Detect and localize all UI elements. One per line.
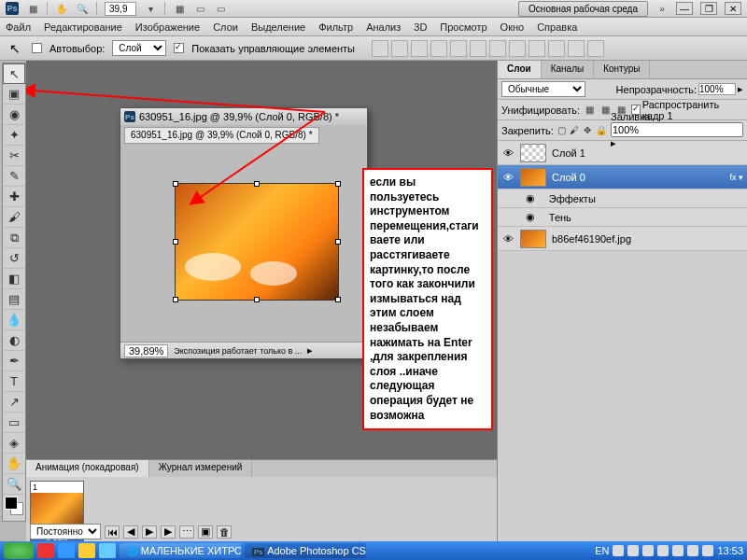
unify-visibility-icon[interactable]: ▦ (599, 104, 612, 117)
play-icon[interactable]: ▶ (142, 525, 157, 539)
language-indicator[interactable]: EN (595, 545, 609, 556)
delete-frame-icon[interactable]: 🗑 (217, 525, 232, 539)
distribute-icon[interactable] (587, 40, 604, 57)
tray-icon[interactable] (613, 545, 624, 556)
3d-tool[interactable]: ◈ (3, 433, 25, 454)
layer-row[interactable]: 👁b86ef46190ef.jpg (498, 227, 747, 251)
document-titlebar[interactable]: Ps 630951_16.jpg @ 39,9% (Слой 0, RGB/8)… (120, 108, 367, 125)
restore-icon[interactable]: ❐ (700, 2, 717, 15)
quicklaunch-icon[interactable] (78, 543, 95, 558)
dodge-tool[interactable]: ◐ (3, 330, 25, 351)
blur-tool[interactable]: 💧 (3, 310, 25, 330)
first-frame-icon[interactable]: ⏮ (105, 525, 120, 539)
start-button[interactable] (4, 542, 34, 559)
menu-select[interactable]: Выделение (251, 21, 305, 33)
layer-effects-row[interactable]: ◉ Эффекты (498, 189, 747, 208)
distribute-icon[interactable] (548, 40, 565, 57)
tab-measurements[interactable]: Журнал измерений (149, 460, 253, 477)
chevrons-icon[interactable]: » (655, 2, 669, 15)
taskbar-item[interactable]: Ps Adobe Photoshop CS... (245, 543, 366, 558)
align-icon[interactable] (470, 40, 486, 57)
fx-badge[interactable]: fx ▾ (729, 173, 743, 182)
zoom-icon[interactable]: 🔍 (76, 2, 89, 15)
menu-view[interactable]: Просмотр (440, 21, 486, 33)
prev-frame-icon[interactable]: ◀ (123, 525, 138, 539)
quicklaunch-icon[interactable] (99, 543, 116, 558)
zoom-level-input[interactable]: 39,9 (105, 2, 136, 16)
tab-channels[interactable]: Каналы (542, 61, 595, 78)
wand-tool[interactable]: ✦ (3, 125, 25, 146)
brush-tool[interactable]: 🖌 (3, 207, 25, 228)
show-controls-checkbox[interactable] (174, 43, 184, 53)
distribute-icon[interactable] (489, 40, 506, 57)
doc-status-arrow-icon[interactable]: ▸ (307, 344, 313, 357)
lasso-tool[interactable]: ◉ (3, 105, 25, 125)
minimize-icon[interactable]: — (676, 2, 693, 15)
document-tab[interactable]: 630951_16.jpg @ 39,9% (Слой 0, RGB/8) * (124, 127, 319, 144)
canvas-image[interactable] (175, 183, 339, 301)
tray-icon[interactable] (642, 545, 654, 556)
view-list-icon[interactable]: ▭ (193, 2, 206, 15)
lock-pixels-icon[interactable]: 🖌 (570, 124, 579, 137)
tab-animation[interactable]: Анимация (покадровая) (26, 460, 149, 477)
align-icon[interactable] (372, 40, 388, 57)
visibility-icon[interactable]: 👁 (501, 172, 514, 183)
menu-3d[interactable]: 3D (414, 21, 427, 33)
close-icon[interactable]: ✕ (725, 2, 741, 15)
lock-position-icon[interactable]: ✥ (583, 124, 592, 137)
crop-tool[interactable]: ✂ (3, 146, 25, 166)
color-swatches[interactable] (3, 495, 25, 521)
unify-position-icon[interactable]: ▦ (584, 104, 596, 117)
autoselect-checkbox[interactable] (32, 43, 42, 53)
distribute-icon[interactable] (529, 40, 545, 57)
shape-tool[interactable]: ▭ (3, 413, 25, 433)
view-grid-icon[interactable]: ▦ (173, 2, 186, 15)
doc-zoom-value[interactable]: 39,89% (124, 344, 168, 357)
menu-file[interactable]: Файл (6, 21, 31, 33)
chevron-down-icon[interactable]: ▸ (611, 137, 616, 148)
tab-layers[interactable]: Слои (498, 61, 542, 78)
lock-transparent-icon[interactable]: ▢ (557, 124, 567, 137)
layer-effect-item[interactable]: ◉ Тень (498, 208, 747, 227)
workspace-button[interactable]: Основная рабочая среда (518, 1, 648, 17)
next-frame-icon[interactable]: ▶ (161, 525, 176, 539)
align-icon[interactable] (391, 40, 408, 57)
menu-filter[interactable]: Фильтр (318, 21, 353, 33)
layer-row[interactable]: 👁Слой 0fx ▾ (498, 165, 747, 189)
align-icon[interactable] (430, 40, 447, 57)
visibility-icon[interactable]: 👁 (501, 233, 514, 245)
tray-icon[interactable] (687, 545, 698, 556)
stamp-tool[interactable]: ⧉ (3, 228, 25, 248)
clock[interactable]: 13:53 (717, 545, 743, 556)
pen-tool[interactable]: ✒ (3, 351, 25, 371)
history-brush-tool[interactable]: ↺ (3, 248, 25, 269)
align-icon[interactable] (411, 40, 428, 57)
tray-icon[interactable] (657, 545, 669, 556)
zoom-dropdown-icon[interactable]: ▾ (144, 2, 157, 15)
new-frame-icon[interactable]: ▣ (198, 525, 213, 539)
path-tool[interactable]: ↗ (3, 392, 25, 413)
eraser-tool[interactable]: ◧ (3, 269, 25, 289)
menu-image[interactable]: Изображение (135, 21, 200, 33)
document-window[interactable]: Ps 630951_16.jpg @ 39,9% (Слой 0, RGB/8)… (120, 107, 368, 359)
bridge-icon[interactable]: ▦ (26, 2, 39, 15)
distribute-icon[interactable] (509, 40, 526, 57)
visibility-icon[interactable]: 👁 (501, 147, 514, 159)
move-tool[interactable]: ↖ (3, 63, 25, 84)
fill-input[interactable] (611, 122, 743, 137)
tab-paths[interactable]: Контуры (594, 61, 650, 78)
heal-tool[interactable]: ✚ (3, 187, 25, 207)
lock-all-icon[interactable]: 🔒 (596, 124, 607, 137)
menu-window[interactable]: Окно (500, 21, 525, 33)
hand-icon[interactable]: ✋ (55, 2, 68, 15)
align-icon[interactable] (450, 40, 467, 57)
chevron-down-icon[interactable]: ▸ (738, 83, 743, 95)
gradient-tool[interactable]: ▤ (3, 289, 25, 310)
quicklaunch-icon[interactable] (37, 543, 54, 558)
tween-icon[interactable]: ⋯ (179, 525, 194, 539)
eyedropper-tool[interactable]: ✎ (3, 166, 25, 187)
taskbar-item[interactable]: 🌐 МАЛЕНЬКИЕ ХИТРОС... (120, 543, 241, 558)
menu-analysis[interactable]: Анализ (366, 21, 401, 33)
quicklaunch-icon[interactable] (58, 543, 75, 558)
tray-icon[interactable] (672, 545, 684, 556)
